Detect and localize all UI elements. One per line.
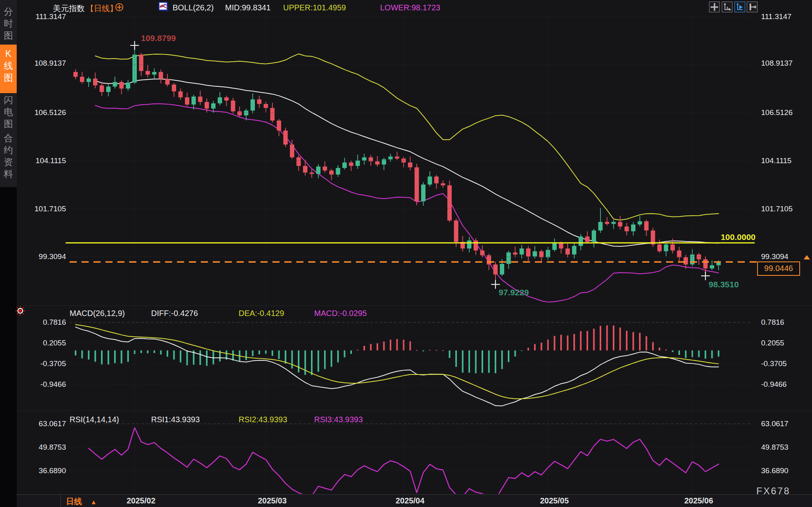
boll-upper-value: UPPER:101.4959 xyxy=(283,3,346,12)
macd-tick: -0.3705 xyxy=(12,359,66,368)
level-line-label: 100.0000 xyxy=(656,232,756,242)
price-tick: 106.5126 xyxy=(761,108,810,117)
price-tick: 104.1115 xyxy=(12,156,66,165)
boll-lower-value: LOWER:98.1723 xyxy=(380,3,440,12)
date-label: 2025/05 xyxy=(540,496,569,505)
sidebar-item-label: 合约资料 xyxy=(4,132,13,180)
macd-tick: 0.7816 xyxy=(761,318,810,327)
macd-tick: -0.3705 xyxy=(761,359,810,368)
rsi3-value: RSI3:43.9393 xyxy=(314,415,363,424)
sidebar-item-lightning-chart[interactable]: 闪电图 xyxy=(0,94,17,130)
macd-dea-value: DEA:-0.4129 xyxy=(239,309,284,318)
sidebar-item-label: K线图 xyxy=(4,48,13,84)
price-tick: 108.9137 xyxy=(761,59,810,68)
sidebar-item-kline-chart[interactable]: K线图 xyxy=(0,45,17,93)
axis-play-button[interactable] xyxy=(734,2,745,12)
rsi-tick: 36.6890 xyxy=(761,466,810,475)
macd-value: MACD:-0.0295 xyxy=(314,309,367,318)
rsi1-value: RSI1:43.9393 xyxy=(151,415,200,424)
price-tick: 99.3094 xyxy=(12,252,66,261)
macd-tick: 0.2055 xyxy=(761,339,810,347)
boll-indicator-label[interactable]: BOLL(26,2) xyxy=(173,3,214,12)
period-label: 日线 xyxy=(66,497,82,506)
rsi-tick: 63.0617 xyxy=(12,419,66,428)
price-tick: 111.3147 xyxy=(12,12,66,21)
bottom-bar-divider xyxy=(60,494,61,507)
period-dropdown-arrow-icon: ▲ xyxy=(91,499,97,505)
low-price-annotation: 97.9229 xyxy=(499,288,529,297)
price-tick: 106.5126 xyxy=(12,108,66,117)
date-label: 2025/02 xyxy=(127,496,155,505)
high-price-annotation: 109.8799 xyxy=(141,33,176,43)
boll-mid-value: MID:99.8341 xyxy=(225,3,271,12)
chart-app: 分时图 K线图 闪电图 合约资料 美元指数 【日线】 BOLL(26,2) MI… xyxy=(0,0,812,507)
price-tick: 111.3147 xyxy=(761,12,810,21)
indicator-chart-icon[interactable] xyxy=(158,2,169,14)
date-label: 2025/04 xyxy=(396,496,424,505)
add-favorite-icon[interactable] xyxy=(115,3,124,13)
rsi-tick: 49.8753 xyxy=(761,443,810,452)
price-tick: 101.7105 xyxy=(12,205,66,213)
date-label: 2025/06 xyxy=(684,496,713,505)
indicator-settings-icon[interactable] xyxy=(15,306,25,318)
sidebar-item-contract-info[interactable]: 合约资料 xyxy=(0,132,17,180)
period-tag[interactable]: 【日线】 xyxy=(86,3,118,14)
price-tick: 108.9137 xyxy=(12,59,66,68)
rsi-tick: 36.6890 xyxy=(12,466,66,475)
chart-canvas[interactable] xyxy=(0,0,812,507)
macd-tick: 0.2055 xyxy=(12,339,66,347)
rsi-tick: 49.8753 xyxy=(12,443,66,452)
sidebar-item-label: 分时图 xyxy=(4,6,13,41)
axis-adjust-button[interactable] xyxy=(747,2,758,12)
pan-tool-button[interactable] xyxy=(709,2,720,12)
price-tick: 99.3094 xyxy=(761,252,810,261)
recent-low-annotation: 98.3510 xyxy=(709,280,739,289)
rsi-tick: 63.0617 xyxy=(761,419,810,428)
macd-tick: -0.9466 xyxy=(761,380,810,389)
macd-diff-value: DIFF:-0.4276 xyxy=(151,309,198,318)
sidebar-item-label: 闪电图 xyxy=(4,94,13,130)
rsi2-value: RSI2:43.9393 xyxy=(239,415,287,424)
date-label: 2025/03 xyxy=(258,496,287,505)
macd-tick: 0.7816 xyxy=(12,318,66,327)
period-selector[interactable]: 日线 ▲ xyxy=(66,496,97,507)
price-tick: 101.7105 xyxy=(761,205,810,213)
last-price-badge: 99.0446 xyxy=(757,261,800,276)
macd-tick: -0.9466 xyxy=(12,380,66,389)
rsi-indicator-label[interactable]: RSI(14,14,14) xyxy=(70,415,119,424)
axis-scale-button[interactable] xyxy=(722,2,732,12)
sidebar: 分时图 K线图 闪电图 合约资料 xyxy=(0,0,17,507)
price-tick: 104.1115 xyxy=(761,156,810,165)
sidebar-item-time-chart[interactable]: 分时图 xyxy=(0,6,17,41)
macd-indicator-label[interactable]: MACD(26,12,9) xyxy=(70,309,125,318)
price-scroll-arrow-icon[interactable] xyxy=(804,255,810,259)
watermark: FX678 xyxy=(756,486,791,497)
